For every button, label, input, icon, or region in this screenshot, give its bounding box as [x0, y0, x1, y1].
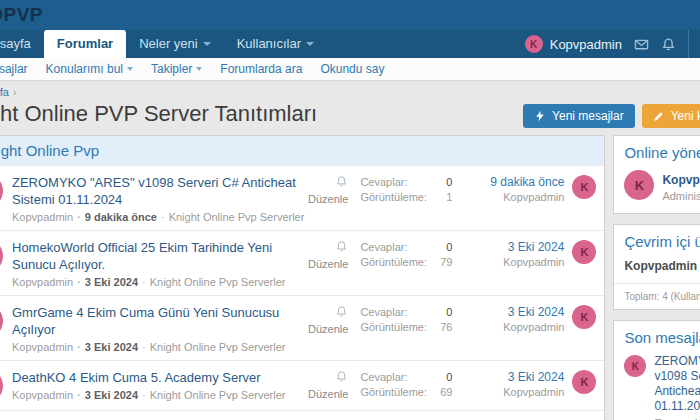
thread-stats: Cevaplar:0 Görüntüleme:76	[348, 304, 460, 335]
thread-title-link[interactable]: HomekoWorld Official 25 Ekim Tarihinde Y…	[12, 239, 304, 273]
edit-link[interactable]: Düzenle	[308, 323, 348, 335]
replies-count: 0	[446, 240, 452, 255]
last-post-date-link[interactable]: 3 Eki 2024	[460, 240, 564, 254]
thread-start-date: 3 Eki 2024	[73, 389, 138, 401]
watch-bell-icon[interactable]	[335, 240, 348, 253]
thread-meta: Kopvpadmin9 dakika önceKnight Online Pvp…	[12, 211, 304, 223]
chevron-down-icon	[203, 42, 211, 46]
online-member-link[interactable]: Kopvpadmin	[614, 257, 700, 283]
thread-starter-name[interactable]: Kopvpadmin	[12, 341, 73, 353]
page-title: Knight Online PVP Server Tanıtımları	[0, 101, 523, 127]
thread-forum-link[interactable]: Knight Online Pvp Serverler	[138, 389, 285, 401]
last-post-info: 3 Eki 2024 Kopvpadmin	[460, 304, 564, 333]
thread-row[interactable]: K GmrGame 4 Ekim Cuma Günü Yeni Sunucusu…	[0, 295, 604, 360]
thread-forum-link[interactable]: Knight Online Pvp Serverler	[138, 341, 285, 353]
nav-tab-forumlar[interactable]: Forumlar	[44, 30, 126, 58]
chevron-down-icon	[196, 67, 202, 71]
watch-bell-icon[interactable]	[335, 370, 348, 383]
last-post-date-link[interactable]: 9 dakika önce	[460, 175, 564, 189]
thread-start-date: 3 Eki 2024	[73, 341, 138, 353]
views-count: 1	[446, 190, 452, 205]
last-post-username: Kopvpadmin	[460, 256, 564, 268]
new-posts-button[interactable]: Yeni mesajlar	[523, 104, 635, 128]
last-post-avatar[interactable]: K	[572, 175, 596, 199]
thread-starter-name[interactable]: Kopvpadmin	[12, 389, 73, 401]
thread-row[interactable]: K ZEROMYKO "ARES" v1098 Serveri C# Antic…	[0, 165, 604, 230]
header-logo-bar: KOPVP	[0, 0, 700, 30]
latest-post-avatar[interactable]: K	[624, 355, 646, 377]
title-bar: Knight Online PVP Server Tanıtımları Yen…	[0, 100, 700, 135]
account-menu[interactable]: K Kopvpadmin	[525, 35, 622, 53]
thread-row[interactable]: K MykoWorld OskoACS Kaliteli Myko Server…	[0, 410, 604, 420]
last-post-username: Kopvpadmin	[460, 191, 564, 203]
thread-stats: Cevaplar:0 Görüntüleme:69	[348, 369, 460, 400]
latest-posts-block: Son mesajlar K ZEROMYKO "ARES" v1098 Ser…	[613, 320, 700, 420]
category-header[interactable]: Knight Online Pvp	[0, 136, 604, 165]
thread-title-link[interactable]: ZEROMYKO "ARES" v1098 Serveri C# Antiche…	[12, 174, 304, 208]
breadcrumb: Anasayfa›	[0, 81, 700, 100]
chevron-down-icon	[306, 42, 314, 46]
subnav-takipler[interactable]: Takipler	[151, 62, 202, 76]
thread-stats: Cevaplar:0 Görüntüleme:1	[348, 174, 460, 205]
thread-title-link[interactable]: DeathKO 4 Ekim Cuma 5. Academy Server	[12, 369, 304, 386]
subnav-okundu-say[interactable]: Okundu say	[320, 62, 384, 76]
sidebar: Online yöneticiler K Kopvpadmin Administ…	[613, 135, 700, 420]
thread-starter-name[interactable]: Kopvpadmin	[12, 276, 73, 288]
subnav-yeni-mesajlar[interactable]: Yeni mesajlar	[0, 62, 28, 76]
thread-row[interactable]: K DeathKO 4 Ekim Cuma 5. Academy Server …	[0, 360, 604, 410]
thread-starter-avatar[interactable]: K	[0, 174, 3, 208]
last-post-date-link[interactable]: 3 Eki 2024	[460, 370, 564, 384]
last-post-username: Kopvpadmin	[460, 386, 564, 398]
edit-link[interactable]: Düzenle	[308, 258, 348, 270]
last-post-avatar[interactable]: K	[572, 305, 596, 329]
thread-starter-name[interactable]: Kopvpadmin	[12, 211, 73, 223]
online-members-title: Çevrim içi üyeler	[614, 225, 700, 257]
last-post-avatar[interactable]: K	[572, 370, 596, 394]
staff-avatar[interactable]: K	[624, 170, 654, 200]
views-count: 79	[440, 255, 452, 270]
thread-start-date: 3 Eki 2024	[73, 276, 138, 288]
last-post-info: 9 dakika önce Kopvpadmin	[460, 174, 564, 203]
header-divider	[688, 30, 689, 58]
breadcrumb-home[interactable]: Anasayfa	[0, 86, 9, 98]
thread-row[interactable]: K HomekoWorld Official 25 Ekim Tarihinde…	[0, 230, 604, 295]
online-staff-title: Online yöneticiler	[614, 136, 700, 168]
thread-starter-avatar[interactable]: K	[0, 304, 3, 338]
edit-link[interactable]: Düzenle	[308, 388, 348, 400]
watch-bell-icon[interactable]	[335, 175, 348, 188]
user-avatar[interactable]: K	[525, 35, 543, 53]
staff-role: Administrator	[662, 190, 700, 202]
thread-starter-avatar[interactable]: K	[0, 239, 3, 273]
nav-tab-kullanıcılar[interactable]: Kullanıcılar	[224, 30, 327, 58]
subnav-forumlarda-ara[interactable]: Forumlarda ara	[220, 62, 302, 76]
nav-tab-ana-sayfa[interactable]: Ana sayfa	[0, 30, 44, 58]
new-thread-button[interactable]: Yeni konu	[642, 104, 700, 128]
conversations-icon[interactable]	[634, 37, 649, 52]
last-post-info: 3 Eki 2024 Kopvpadmin	[460, 239, 564, 268]
latest-post-title-link[interactable]: ZEROMYKO "ARES" v1098 Serveri C# Antiche…	[654, 354, 700, 414]
site-logo[interactable]: KOPVP	[0, 4, 43, 26]
nav-tab-neler-yeni[interactable]: Neler yeni	[126, 30, 224, 58]
thread-starter-avatar[interactable]: K	[0, 369, 3, 403]
last-post-info: 3 Eki 2024 Kopvpadmin	[460, 369, 564, 398]
thread-start-date: 9 dakika önce	[73, 211, 157, 223]
edit-link[interactable]: Düzenle	[308, 193, 348, 205]
thread-title-link[interactable]: GmrGame 4 Ekim Cuma Günü Yeni Sunucusu A…	[12, 304, 304, 338]
thread-meta: Kopvpadmin3 Eki 2024Knight Online Pvp Se…	[12, 276, 304, 288]
thread-forum-link[interactable]: Knight Online Pvp Serverler	[157, 211, 304, 223]
last-post-avatar[interactable]: K	[572, 240, 596, 264]
thread-meta: Kopvpadmin3 Eki 2024Knight Online Pvp Se…	[12, 341, 304, 353]
alerts-bell-icon[interactable]	[661, 37, 676, 52]
online-members-block: Çevrim içi üyeler Kopvpadmin Toplam: 4 (…	[613, 224, 700, 310]
pencil-icon	[653, 110, 665, 122]
thread-list-panel: Knight Online Pvp K ZEROMYKO "ARES" v109…	[0, 135, 605, 420]
thread-forum-link[interactable]: Knight Online Pvp Serverler	[138, 276, 285, 288]
forum-page: KOPVP Ana sayfaForumlarNeler yeniKullanı…	[0, 0, 700, 420]
last-post-date-link[interactable]: 3 Eki 2024	[460, 305, 564, 319]
watch-bell-icon[interactable]	[335, 305, 348, 318]
views-count: 76	[440, 320, 452, 335]
latest-post-item[interactable]: K ZEROMYKO "ARES" v1098 Serveri C# Antic…	[614, 353, 700, 420]
staff-username[interactable]: Kopvpadmin	[662, 173, 700, 187]
subnav-konularımı-bul[interactable]: Konularımı bul	[46, 62, 133, 76]
online-members-total: Toplam: 4 (Kullanıcı: 1, ziyaretçi: 3)	[614, 283, 700, 309]
